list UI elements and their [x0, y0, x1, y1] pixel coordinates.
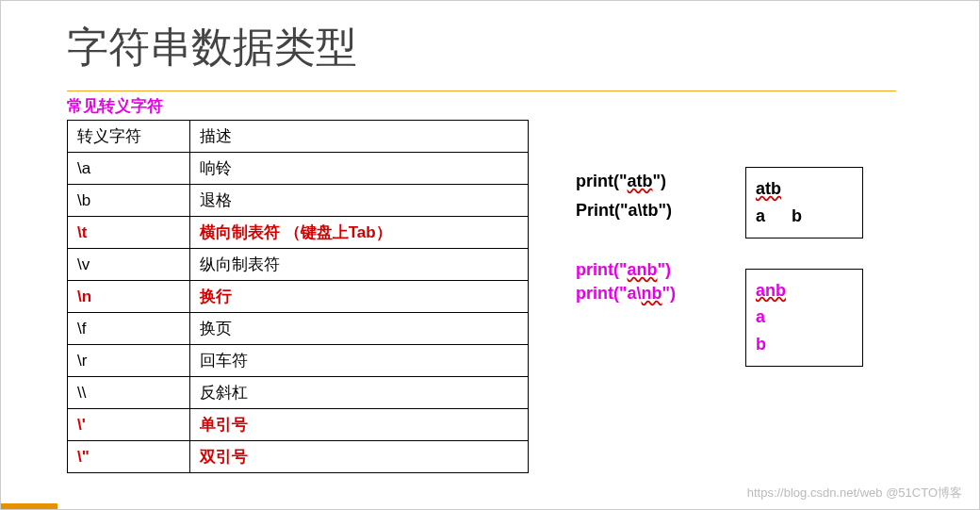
output-line: b: [756, 331, 853, 358]
snippet-3: print("anb"): [576, 258, 745, 282]
table-row: \a响铃: [68, 153, 529, 185]
table-row: \n换行: [68, 281, 529, 313]
table-row: \'单引号: [68, 409, 529, 441]
table-header-row: 转义字符 描述: [68, 121, 529, 153]
output-line: a: [756, 304, 853, 331]
snippet-2: Print("a\tb"): [576, 201, 745, 221]
output-box-2: anb a b: [745, 269, 863, 367]
code-snippets: print("atb") Print("a\tb") print("anb") …: [576, 120, 745, 473]
output-box-1: atb ab: [745, 167, 863, 239]
header-escape: 转义字符: [68, 121, 190, 153]
table-row: \t横向制表符 （键盘上Tab）: [68, 217, 529, 249]
accent-bar: [1, 503, 57, 509]
escape-table: 转义字符 描述 \a响铃 \b退格 \t横向制表符 （键盘上Tab） \v纵向制…: [67, 120, 529, 473]
output-line: ab: [756, 203, 853, 230]
table-row: \"双引号: [68, 441, 529, 473]
snippet-4: print("a\nb"): [576, 282, 745, 305]
snippet-1: print("atb"): [576, 172, 745, 191]
section-subtitle: 常见转义字符: [67, 95, 979, 117]
table-row: \v纵向制表符: [68, 249, 529, 281]
output-line: anb: [756, 281, 786, 300]
header-desc: 描述: [190, 121, 529, 153]
output-line: atb: [756, 179, 781, 198]
divider: [67, 90, 896, 91]
watermark: https://blog.csdn.net/web @51CTO博客: [747, 485, 962, 502]
table-row: \\反斜杠: [68, 377, 529, 409]
table-row: \f换页: [68, 313, 529, 345]
table-row: \b退格: [68, 185, 529, 217]
output-boxes: atb ab anb a b: [745, 120, 863, 473]
page-title: 字符串数据类型: [1, 1, 979, 85]
table-row: \r回车符: [68, 345, 529, 377]
content-row: 转义字符 描述 \a响铃 \b退格 \t横向制表符 （键盘上Tab） \v纵向制…: [67, 120, 979, 473]
